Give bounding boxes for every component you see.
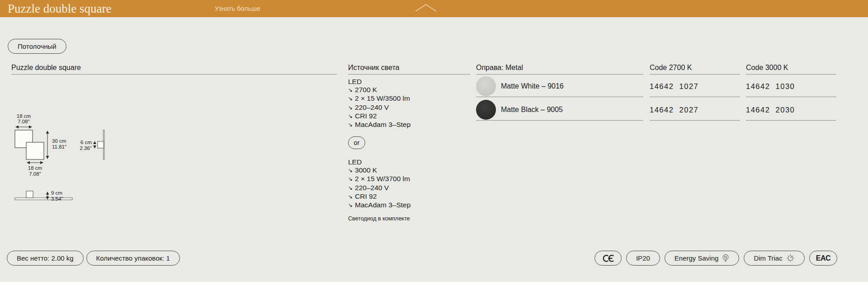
net-weight-pill: Вес нетто: 2.00 kg	[7, 251, 84, 266]
color-swatch-matte-white	[476, 76, 496, 96]
ip20-label: IP20	[636, 254, 650, 262]
chevron-up-icon[interactable]	[415, 4, 437, 14]
dim-triac-label: Dim Triac	[754, 254, 782, 262]
color-swatch-matte-black	[476, 100, 496, 120]
dim-triac-badge: Dim Triac	[744, 251, 804, 266]
southeast-arrow-icon: ↘	[348, 176, 353, 182]
light-source-option-3000k: LED ↘3000 K ↘2 × 15 W/3700 lm ↘220–240 V…	[348, 158, 470, 210]
spec-color-temp: ↘2700 K	[348, 86, 470, 94]
package-count-label: Количество упаковок: 1	[96, 254, 170, 262]
southeast-arrow-icon: ↘	[348, 202, 353, 208]
dim-bottom-width-cm: 18 cm	[28, 165, 42, 171]
spec-macadam: ↘MacAdam 3–Step	[348, 201, 470, 210]
southeast-arrow-icon: ↘	[348, 167, 353, 173]
southeast-arrow-icon: ↘	[348, 121, 353, 128]
package-count-pill: Количество упаковок: 1	[86, 251, 180, 266]
light-source-option-2700k: LED ↘2700 K ↘2 × 15 W/3500 lm ↘220–240 V…	[348, 78, 470, 129]
spec-wattage: ↘2 × 15 W/3500 lm	[348, 94, 470, 103]
product-spec-page: Puzzle double square Узнать больше Потол…	[0, 0, 868, 285]
code-3000k-white: 14642 1030	[746, 76, 836, 97]
eac-badge: EAC	[809, 251, 837, 266]
column-header-product: Puzzle double square	[11, 64, 337, 75]
profile-base-bar	[15, 198, 72, 200]
finish-label: Matte Black – 9005	[501, 106, 563, 114]
category-pill-ceiling[interactable]: Потолочный	[8, 39, 66, 54]
energy-saving-label: Energy Saving	[675, 254, 719, 262]
finish-row-matte-black: Matte Black – 9005	[476, 99, 643, 121]
profile-box	[26, 191, 33, 198]
spec-voltage: ↘220–240 V	[348, 103, 470, 112]
or-label: or	[354, 139, 360, 146]
app-header: Puzzle double square Узнать больше	[0, 0, 868, 17]
spec-voltage: ↘220–240 V	[348, 184, 470, 192]
ce-badge	[594, 251, 622, 266]
dimension-drawing: 18 cm 7.08" 30 cm 11.81" 18 cm 7.08" 6 c…	[11, 111, 115, 206]
southeast-arrow-icon: ↘	[348, 104, 353, 111]
southeast-arrow-icon: ↘	[348, 87, 353, 93]
ce-mark-icon	[602, 254, 614, 262]
dim-depth-cm: 6 cm	[80, 140, 92, 145]
finish-row-matte-white: Matte White – 9016	[476, 76, 643, 97]
southeast-arrow-icon: ↘	[348, 185, 353, 191]
dim-profile-height-in: 3.54"	[51, 196, 63, 201]
code-3000k-black: 14642 2030	[746, 99, 836, 121]
energy-saving-badge: Energy Saving	[665, 251, 740, 266]
column-header-light-source: Источник света	[348, 64, 470, 75]
code-2700k-white: 14642 1027	[650, 76, 740, 97]
or-separator-pill: or	[348, 136, 365, 149]
dim-bottom-width-in: 7.08"	[29, 171, 41, 177]
column-header-code-3000k: Code 3000 K	[746, 64, 836, 75]
spec-cri: ↘CRI 92	[348, 192, 470, 201]
certification-badges: IP20 Energy Saving Dim Triac	[594, 251, 837, 266]
side-mount-box	[98, 141, 104, 148]
category-pill-label: Потолочный	[18, 42, 57, 50]
dim-triac-dial-icon	[786, 254, 795, 262]
dim-height-cm: 30 cm	[52, 138, 66, 144]
spec-type: LED	[348, 78, 470, 86]
eac-mark-icon: EAC	[816, 254, 830, 262]
southeast-arrow-icon: ↘	[348, 113, 353, 119]
net-weight-label: Вес нетто: 2.00 kg	[17, 254, 74, 262]
spec-color-temp: ↘3000 K	[348, 166, 470, 175]
column-header-code-2700k: Code 2700 K	[650, 64, 740, 75]
ip20-badge: IP20	[626, 251, 660, 266]
dim-top-width-cm: 18 cm	[17, 113, 31, 119]
spec-cri: ↘CRI 92	[348, 112, 470, 121]
dim-top-width-in: 7.08"	[18, 119, 29, 124]
energy-saving-bulb-icon	[722, 254, 729, 262]
learn-more-link[interactable]: Узнать больше	[215, 0, 260, 17]
southeast-arrow-icon: ↘	[348, 193, 353, 200]
bottom-strip	[0, 282, 868, 285]
spec-wattage: ↘2 × 15 W/3700 lm	[348, 175, 470, 183]
code-2700k-black: 14642 2027	[650, 99, 740, 121]
spec-type: LED	[348, 158, 470, 166]
dim-profile-height-cm: 9 cm	[51, 190, 62, 196]
dim-depth-in: 2.36"	[80, 145, 92, 151]
front-square-bottom	[26, 142, 44, 159]
dim-height-in: 11.81"	[52, 144, 66, 150]
finish-label: Matte White – 9016	[501, 82, 564, 90]
southeast-arrow-icon: ↘	[348, 95, 353, 102]
footer-info-pills: Вес нетто: 2.00 kg Количество упаковок: …	[7, 251, 180, 266]
page-title: Puzzle double square	[8, 0, 111, 17]
spec-macadam: ↘MacAdam 3–Step	[348, 121, 470, 129]
column-header-finish: Оправа: Metal	[476, 64, 643, 75]
led-included-note: Светодиод в комплекте	[348, 215, 410, 222]
